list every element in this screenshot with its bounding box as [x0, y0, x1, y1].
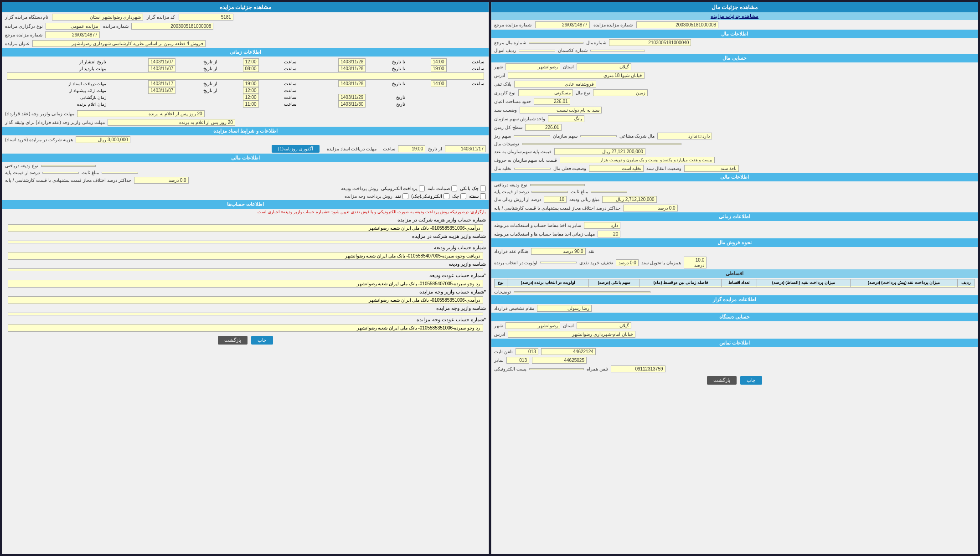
foroosh-header: نحوه فروش مال [491, 238, 978, 247]
col-tedad: تعداد اقساط [722, 279, 757, 286]
bazia-az-time-field: 08:00 [243, 65, 259, 72]
share-field: بانگ [548, 115, 584, 122]
sahm-sazman-field [580, 135, 617, 137]
mohl-estad-az-date-field: 1403/11/17 [148, 80, 175, 87]
enteshar-az-date-field: 1403/11/07 [148, 58, 175, 65]
auction-name-field: شهرداری رضوانشهر استان [52, 14, 143, 21]
col-noe: نوع [495, 279, 507, 286]
right-back-button[interactable]: بازگشت [218, 336, 248, 345]
mohl-estad-ta-time-field: 14:00 [431, 80, 447, 87]
bazgoshai-date-field: 1403/11/29 [338, 94, 366, 101]
payment2-option-1[interactable]: نقد [395, 193, 408, 199]
akfori-button[interactable]: آگفوری روزنامه(1) [272, 145, 320, 153]
right-main-header: مشاهده جزئیات مزایده [2, 2, 489, 12]
payment2-option-3[interactable]: چک [452, 193, 466, 199]
account2-field: دریافت وجوه سیرده-0105585407005- بانک مل… [8, 252, 483, 260]
darsad-arzesh-field: 10 [544, 196, 567, 203]
mablag-field [591, 191, 627, 193]
col-fasele: فاصله زمانی بین دو قسط (ماه) [640, 279, 722, 286]
eqsat-table: ردیف میزان پرداخت نقد (پیش پرداخت) (درصد… [494, 279, 975, 288]
mohl-variz-field: 20 روز پس از اعلام به برنده [77, 110, 205, 117]
left-main-header: مشاهده جزئیات مال [491, 2, 978, 12]
towzih-zamani-field [7, 72, 484, 80]
vaziat-feli-field: تخلیه است [589, 165, 644, 172]
towzih-table-field [514, 291, 650, 293]
gabr-header: اطلاعات مزایده گزار [491, 295, 978, 304]
shahr-field: رضوانشهر [505, 63, 560, 70]
right-noe-vodie-field [41, 165, 96, 167]
moqam-field: رضا رسولی [537, 305, 592, 312]
mohl-estad-ta-date-field: 1403/11/28 [338, 80, 366, 87]
payment-option-2[interactable]: ضمانت نامه [428, 185, 457, 191]
elam-date-field: 1403/11/30 [338, 101, 366, 108]
left-back-button[interactable]: بازگشت [707, 376, 737, 385]
right-hadasghar-field: 0.0 درصد [134, 177, 189, 184]
bazia-ta-time-field: 19:00 [431, 65, 447, 72]
vaziat-sanad-field: ناقذ سند [684, 165, 739, 172]
sanadi2-field [8, 268, 483, 271]
left-print-button[interactable]: چاپ [740, 376, 762, 385]
onvan-field: فروش 4 قطعه زمین بر اساس نظریه کارشناسی … [32, 40, 206, 47]
noe-field: زمین [593, 89, 648, 96]
hoghooq-field: 3,000,000 ریال [76, 136, 130, 143]
payment-option-3[interactable]: چک بانکی [460, 185, 486, 191]
table-row [495, 286, 975, 288]
right-print-button[interactable]: چاپ [251, 336, 273, 345]
col-pishpardakht: میزان پرداخت نقد (پیش پرداخت) (درصد) [851, 279, 958, 286]
avvaliat-field [540, 262, 577, 263]
bazgoshai-time-field: 12:00 [243, 94, 259, 101]
info-red-text: بارگزاری: درصورتیکه روش پرداخت ودیعه به … [2, 209, 489, 215]
account5-field: رد وجو سیرده-0105585351006- بانک ملی ایر… [8, 324, 483, 332]
classman-field [590, 50, 645, 51]
bazia-az-date-field: 1403/11/07 [148, 65, 175, 72]
mohl-pishnahad-time-field: 12:00 [243, 87, 259, 94]
enteshar-ta-date-field: 1403/11/28 [338, 58, 366, 65]
plak-field: فروشنامه عادی [514, 81, 596, 88]
hesabi-header: حسابی مال [491, 54, 978, 62]
col-radif: ردیف [957, 279, 975, 286]
col-avvaliat: اولویت در انتخاب برنده (درصد) [507, 279, 589, 286]
baraye-hesab-field: دارد [584, 222, 620, 229]
towzih-field [522, 143, 681, 145]
payment2-option-4[interactable]: سفته [469, 193, 486, 199]
hadasghar-field: 0.0 درصد [623, 205, 678, 211]
enteshar-az-time-field: 12:00 [243, 58, 259, 65]
zamani-header: اطلاعات زمانی [491, 212, 978, 221]
auction-marje-field: 26/03/14877 [45, 31, 100, 38]
left-panel: مشاهده جزئیات مال مشاهده جزئیات مزایده 2… [491, 2, 978, 554]
bazia-ta-date-field: 1403/11/28 [338, 65, 366, 72]
address-nasabi-field: خیابان امام-شهرداری رضوانشهر [508, 331, 635, 338]
hamzaman-field: 10.0 درصد [684, 257, 707, 268]
mal-number-field: 2103005181000040 [609, 39, 691, 46]
sanadi1-field [8, 241, 483, 243]
mohl-field: 20 [598, 231, 620, 237]
amval-field [519, 50, 555, 51]
price-base-text-field: بیست و هفت میلیارد و یکصد و بیست و یک می… [560, 157, 715, 163]
right-darsad-field [42, 172, 79, 174]
tel-sabit-code-field: 013 [516, 348, 538, 355]
auction-noe-field: مزایده عمومی [46, 23, 100, 30]
account1-field: درآمدی-0105585351006- بانک ملی ایران شعب… [8, 224, 483, 232]
payment2-option-2[interactable]: الکترونیکی(چک) [411, 193, 449, 199]
fax-field: 44625025 [532, 357, 587, 364]
tel-sabit-field: 44622124 [541, 348, 596, 355]
auction-number-field: 2003005181000008 [636, 21, 718, 28]
left-sub-link[interactable]: مشاهده جزئیات مزایده [711, 13, 758, 19]
mal-marje-field [529, 42, 583, 44]
dates-table: ساعت 14:00 تا تاریخ 1403/11/28 ساعت 12:0… [5, 58, 486, 108]
financial-info-header: اطلاعات مال [491, 30, 978, 38]
takhlie-field [514, 168, 551, 170]
enteshar-ta-time-label: ساعت [447, 58, 486, 65]
sharik-field: دارد □ ندارد [657, 133, 712, 139]
hesabha-header: اطلاعات حساب‌ها [2, 200, 489, 209]
enteshar-ta-time-field: 14:00 [431, 58, 447, 65]
mohl-pishnahad-date-field: 1403/11/07 [148, 87, 175, 94]
right-zamani-header: اطلاعات زمانی [2, 48, 489, 57]
vaziat-field: سند به نام دولت نیست [520, 107, 602, 113]
account4-field: درآمدی-0105585351006- بانک ملی ایران شعب… [8, 296, 483, 304]
payment-option-1[interactable]: پرداخت الکترونیکی [381, 185, 425, 191]
col-sahm-banki: سهم بانکی (درصد) [589, 279, 640, 286]
ostan-nasabi-field: گیلان [577, 322, 631, 329]
tel-hamrah-field: 09112313759 [611, 366, 665, 372]
fax-code-field: 013 [506, 357, 529, 364]
